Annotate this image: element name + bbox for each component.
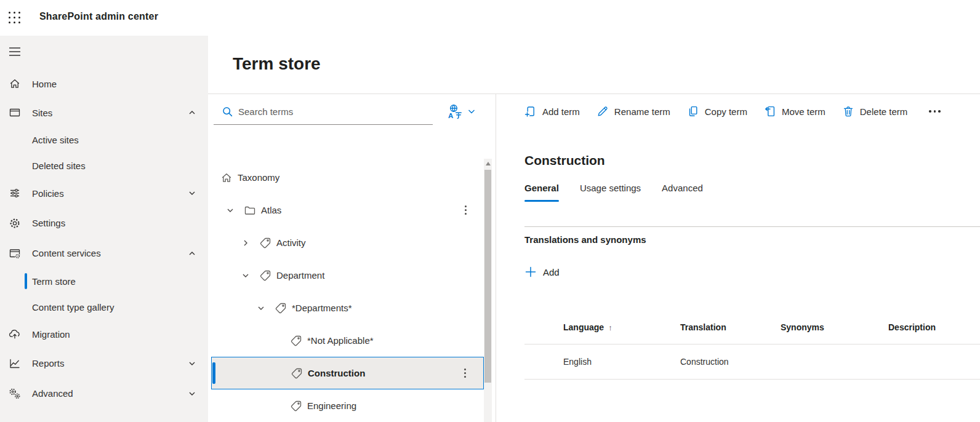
add-term-icon	[524, 105, 537, 117]
tag-icon	[290, 335, 307, 347]
search-icon	[222, 106, 233, 117]
sidebar-item-content-services[interactable]: Content services	[0, 238, 208, 268]
copy-term-button[interactable]: Copy term	[687, 105, 747, 117]
tree-item-engineering[interactable]: Engineering	[211, 389, 484, 422]
sidebar-item-active-sites[interactable]: Active sites	[0, 127, 208, 153]
sliders-icon	[9, 187, 21, 199]
translate-icon: A	[447, 103, 463, 119]
sidebar-item-term-store[interactable]: Term store	[0, 268, 208, 294]
term-detail-tabs: General Usage settings Advanced	[524, 183, 703, 202]
search-terms-input[interactable]	[238, 106, 411, 117]
sidebar-item-sites[interactable]: Sites	[0, 98, 208, 127]
cloud-upload-icon	[9, 328, 21, 340]
language-picker-button[interactable]: A	[447, 100, 491, 123]
tag-icon	[259, 237, 276, 249]
scroll-up-arrow[interactable]	[484, 159, 492, 169]
sidebar-item-policies[interactable]: Policies	[0, 178, 208, 208]
sidebar-item-settings[interactable]: Settings	[0, 208, 208, 238]
chevron-down-icon[interactable]	[227, 207, 244, 214]
double-gear-icon	[9, 388, 21, 400]
move-term-button[interactable]: Move term	[764, 105, 825, 117]
tree-item-activity[interactable]: Activity	[211, 226, 484, 259]
sort-ascending-icon: ↑	[608, 323, 612, 332]
tree-item-construction[interactable]: Construction	[211, 357, 484, 389]
rename-term-button[interactable]: Rename term	[596, 105, 670, 117]
search-terms-box	[214, 98, 433, 125]
tab-usage-settings[interactable]: Usage settings	[580, 183, 641, 202]
chevron-right-icon[interactable]	[242, 239, 259, 247]
table-row[interactable]: English Construction	[524, 344, 980, 380]
left-navigation-sidebar: Home Sites Active sites Deleted sites	[0, 36, 208, 422]
line-chart-icon	[9, 357, 21, 370]
chevron-down-icon[interactable]	[188, 189, 196, 197]
trash-icon	[842, 105, 854, 117]
column-header-synonyms[interactable]: Synonyms	[781, 322, 888, 332]
chevron-down-icon[interactable]	[188, 360, 196, 367]
page-title: Term store	[233, 54, 321, 74]
term-toolbar: Add term Rename term Copy term Move term	[524, 100, 942, 122]
tree-scrollbar[interactable]	[484, 159, 492, 422]
sidebar-item-advanced[interactable]: Advanced	[0, 378, 208, 408]
tab-general[interactable]: General	[524, 183, 559, 202]
sidebar-item-migration[interactable]: Migration	[0, 320, 208, 348]
add-translation-button[interactable]: Add	[525, 266, 560, 277]
cell-language: English	[563, 357, 680, 367]
tree-item-department[interactable]: Department	[211, 259, 484, 292]
panel-divider	[496, 94, 496, 422]
chevron-up-icon[interactable]	[188, 109, 196, 116]
folder-icon	[244, 204, 261, 217]
column-header-description[interactable]: Description	[888, 322, 980, 332]
tree-item-departments[interactable]: *Departments*	[211, 292, 484, 324]
tag-icon	[291, 367, 308, 380]
scrollbar-thumb[interactable]	[484, 170, 491, 383]
toolbar-more-icon[interactable]	[928, 106, 942, 116]
sidebar-item-content-type-gallery[interactable]: Content type gallery	[0, 294, 208, 320]
tag-icon	[275, 302, 292, 314]
plus-icon	[525, 266, 536, 277]
sidebar-item-reports[interactable]: Reports	[0, 348, 208, 378]
tab-advanced[interactable]: Advanced	[662, 183, 703, 202]
chevron-down-icon[interactable]	[188, 390, 196, 397]
delete-term-button[interactable]: Delete term	[842, 105, 908, 117]
chevron-down-icon	[467, 107, 476, 116]
home-icon	[9, 78, 21, 90]
sharepoint-admin-term-store: SharePoint admin center Home	[0, 0, 980, 422]
chevron-down-icon[interactable]	[242, 272, 259, 279]
cell-translation: Construction	[680, 357, 781, 367]
svg-text:A: A	[448, 112, 453, 119]
content-services-icon	[9, 247, 21, 260]
sidebar-nav: Home Sites Active sites Deleted sites	[0, 69, 208, 408]
copy-icon	[687, 105, 699, 117]
term-detail-title: Construction	[524, 153, 605, 168]
tree-item-not-applicable[interactable]: *Not Applicable*	[211, 324, 484, 357]
tag-icon	[290, 400, 307, 412]
tree-item-taxonomy[interactable]: Taxonomy	[211, 161, 484, 194]
more-actions-icon[interactable]	[465, 205, 467, 215]
top-app-bar: SharePoint admin center	[0, 0, 980, 36]
sites-icon	[9, 106, 21, 119]
sidebar-item-home[interactable]: Home	[0, 69, 208, 98]
tree-item-atlas[interactable]: Atlas	[211, 194, 484, 226]
tag-icon	[259, 269, 276, 282]
section-divider	[524, 226, 980, 227]
column-header-language[interactable]: Language↑	[563, 322, 680, 332]
term-tree: Taxonomy Atlas Activity	[208, 161, 484, 422]
app-title: SharePoint admin center	[39, 11, 158, 22]
translations-section-title: Translations and synonyms	[524, 234, 646, 245]
app-launcher-waffle-icon[interactable]	[9, 12, 21, 24]
chevron-down-icon[interactable]	[257, 305, 275, 312]
hamburger-menu-icon[interactable]	[9, 47, 21, 57]
sidebar-item-deleted-sites[interactable]: Deleted sites	[0, 153, 208, 178]
more-actions-icon[interactable]	[464, 368, 466, 378]
table-header-row: Language↑ Translation Synonyms Descripti…	[524, 311, 980, 344]
add-term-button[interactable]: Add term	[524, 105, 580, 117]
home-icon	[220, 172, 238, 184]
header-divider	[208, 94, 980, 94]
pencil-icon	[596, 105, 609, 117]
translations-table: Language↑ Translation Synonyms Descripti…	[524, 311, 980, 380]
chevron-up-icon[interactable]	[188, 250, 196, 257]
gear-icon	[9, 217, 21, 229]
move-icon	[764, 105, 776, 117]
column-header-translation[interactable]: Translation	[680, 322, 781, 332]
